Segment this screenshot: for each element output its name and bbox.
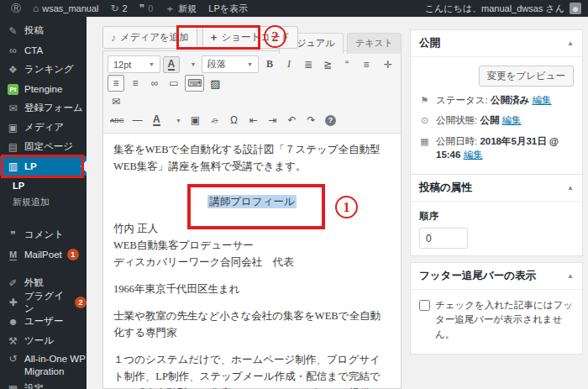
text-color-button[interactable]: A xyxy=(163,56,180,73)
add-media-button[interactable]: ♪ メディアを追加 xyxy=(102,26,197,49)
align-center-icon[interactable]: ≡ xyxy=(108,75,124,92)
visibility-value: 公開 xyxy=(480,115,499,125)
special-char-icon[interactable]: Ω xyxy=(225,112,242,129)
chevron-down-icon: ▼ xyxy=(190,61,196,67)
color-caret-icon[interactable]: ▼ xyxy=(167,112,184,129)
site-name-link[interactable]: ⌂ wsas_manual xyxy=(27,0,105,17)
visibility-row: ⊙ 公開状態: 公開 編集 xyxy=(419,113,574,127)
order-input[interactable] xyxy=(419,228,468,249)
footer-bar-checkbox[interactable] xyxy=(419,300,430,311)
sidebar-item-registration-form[interactable]: ✉ 登録フォーム xyxy=(0,98,87,118)
visual-editor: 12pt▼ A ▼ 段落▼ B I ≣ ≧ “ ≡ ✛ ≡ ≡ ∞ ▭ ⌨ ▨ … xyxy=(102,50,402,389)
sidebar-item-tools[interactable]: ⚒ ツール xyxy=(0,331,87,350)
submenu-item-lp[interactable]: LP xyxy=(0,178,87,193)
distraction-free-icon[interactable]: ✛ xyxy=(380,56,396,73)
collapse-icon[interactable]: ▲ xyxy=(567,184,574,192)
chevron-down-icon: ▼ xyxy=(149,61,155,67)
sidebar-item-migration[interactable]: ↺ All-in-One WP Migration xyxy=(0,350,87,379)
plus-icon: + xyxy=(211,31,218,44)
page-builder-icon[interactable]: ▨ xyxy=(207,75,223,92)
paragraph-highlight: 講師プロフィール xyxy=(113,193,391,210)
date-row: ▦ 公開日時: 2018年5月31日 @ 15:46 編集 xyxy=(419,134,574,161)
publish-panel-header[interactable]: 公開 ▲ xyxy=(411,30,582,57)
edit-visibility-link[interactable]: 編集 xyxy=(502,115,522,125)
plugins-badge: 2 xyxy=(75,297,87,308)
footer-bar-panel-header[interactable]: フッター追尾バーの表示 ▲ xyxy=(411,263,582,290)
underline-color-icon[interactable]: A xyxy=(148,112,165,129)
bullet-list-icon[interactable]: ≣ xyxy=(300,56,317,73)
toolbar-toggle-icon[interactable]: ⌨ xyxy=(185,75,204,92)
updates-link[interactable]: ↻ 2 xyxy=(105,0,134,17)
sidebar-item-posts[interactable]: ✎ 投稿 xyxy=(0,21,87,40)
collapse-icon[interactable]: ▲ xyxy=(567,39,574,47)
undo-icon[interactable]: ↶ xyxy=(283,112,300,129)
redo-icon[interactable]: ↷ xyxy=(302,112,319,129)
editor-content[interactable]: 集客をWEBで全自動化する設計図「７ステップ全自動型WEB集客」講座を無料で受講… xyxy=(103,134,401,389)
italic-button[interactable]: I xyxy=(281,56,297,73)
update-icon: ↻ xyxy=(111,3,119,14)
lp-submenu: LP 新規追加 xyxy=(0,176,87,216)
comments-link[interactable]: ❞ 0 xyxy=(134,0,160,17)
text-color-caret[interactable]: ▼ xyxy=(182,56,199,73)
preview-changes-button[interactable]: 変更をプレビュー xyxy=(479,66,574,87)
numbered-list-icon[interactable]: ≧ xyxy=(319,56,336,73)
post-attributes-panel: 投稿の属性 ▲ 順序 xyxy=(410,174,583,256)
ptengine-icon: Pt xyxy=(8,84,18,95)
calendar-icon: ▦ xyxy=(419,135,430,148)
clear-format-icon[interactable]: ⌮ xyxy=(206,112,223,129)
sidebar-item-users[interactable]: ☻ ユーザー xyxy=(0,312,87,331)
newsletter-form-icon[interactable]: ✉ xyxy=(108,93,124,110)
help-icon[interactable]: ? xyxy=(322,112,339,129)
new-content-link[interactable]: ＋ 新規 xyxy=(159,0,202,17)
footer-bar-checkbox-label: チェックを入れた記事にはフッター追尾バーが表示されません。 xyxy=(435,298,574,342)
avatar[interactable]: ☻ xyxy=(570,3,581,14)
shortcode-button[interactable]: + ショートコード xyxy=(202,26,298,49)
sidebar-item-settings[interactable]: ▦ 設定 xyxy=(0,379,87,389)
pages-icon: ▤ xyxy=(7,141,19,153)
align-left-icon[interactable]: ≡ xyxy=(358,56,375,73)
edit-status-link[interactable]: 編集 xyxy=(532,95,551,105)
sidebar-item-media[interactable]: ▣ メディア xyxy=(0,118,87,137)
sidebar-item-pages[interactable]: ▤ 固定ページ xyxy=(0,137,87,156)
wordpress-logo[interactable]: Ⓡ xyxy=(5,0,27,17)
bold-button[interactable]: B xyxy=(261,56,278,73)
award-icon: ❖ xyxy=(7,64,19,76)
outdent-icon[interactable]: ⇤ xyxy=(244,112,261,129)
paragraph-format-select[interactable]: 段落▼ xyxy=(202,55,259,73)
sidebar-item-plugins[interactable]: ✚ プラグイン 2 xyxy=(0,292,87,312)
eye-icon: ⊙ xyxy=(419,114,430,127)
comment-icon: ❞ xyxy=(139,3,144,14)
strikethrough-icon[interactable]: ABC xyxy=(108,112,126,129)
font-size-select[interactable]: 12pt▼ xyxy=(108,55,160,73)
horizontal-rule-icon[interactable]: — xyxy=(129,112,145,129)
home-icon: ⌂ xyxy=(33,3,39,14)
paragraph-intro: 集客をWEBで全自動化する設計図「７ステップ全自動型WEB集客」講座を無料で受講… xyxy=(113,141,391,175)
blockquote-icon[interactable]: “ xyxy=(339,56,355,73)
sidebar-item-cta[interactable]: ∞ CTA xyxy=(0,40,87,60)
selected-text[interactable]: 講師プロフィール xyxy=(207,195,296,208)
view-lp-link[interactable]: LPを表示 xyxy=(202,0,254,17)
align-right-icon[interactable]: ≡ xyxy=(127,75,144,92)
pin-icon: ✎ xyxy=(7,25,19,37)
paste-as-text-icon[interactable]: ▣ xyxy=(186,112,203,129)
view-label: LPを表示 xyxy=(208,3,248,15)
sidebar-item-lp[interactable]: ▥ LP xyxy=(0,156,87,176)
sidebar-item-ptengine[interactable]: Pt Ptengine xyxy=(0,79,87,98)
sidebar-item-ranking[interactable]: ❖ ランキング xyxy=(0,60,87,79)
collapse-icon[interactable]: ▲ xyxy=(567,272,574,280)
greeting-text[interactable]: こんにちは、manual_dwsas さん xyxy=(425,3,564,15)
read-more-tag-icon[interactable]: ▭ xyxy=(165,75,182,92)
edit-date-link[interactable]: 編集 xyxy=(464,150,483,160)
attributes-panel-header[interactable]: 投稿の属性 ▲ xyxy=(411,175,582,202)
order-label: 順序 xyxy=(419,210,574,223)
media-icon: ▣ xyxy=(7,122,19,134)
update-count: 2 xyxy=(123,3,128,13)
submenu-item-add-new[interactable]: 新規追加 xyxy=(0,193,87,211)
indent-icon[interactable]: ⇥ xyxy=(264,112,281,129)
mailpoet-icon: M xyxy=(9,250,17,260)
status-row: ⚑ ステータス: 公開済み 編集 xyxy=(419,93,574,107)
paragraph-service: １つのシステムだけで、ホームページ制作、ブログサイト制作、LP制作、ステップメー… xyxy=(113,351,391,389)
sidebar-item-mailpoet[interactable]: M MailPoet 1 xyxy=(0,244,87,264)
insert-link-icon[interactable]: ∞ xyxy=(146,75,163,92)
sidebar-item-comments[interactable]: ❞ コメント xyxy=(0,225,87,244)
